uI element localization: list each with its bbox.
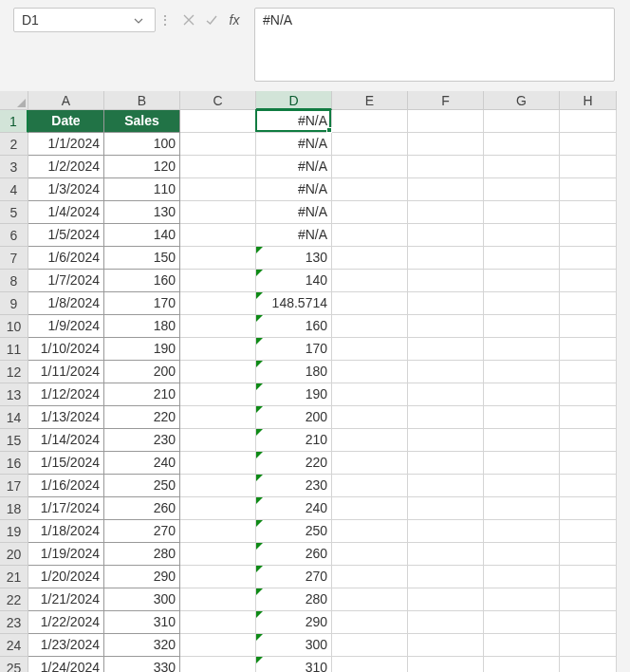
cell-C16[interactable] xyxy=(180,452,256,475)
cell-D22[interactable]: 280 xyxy=(256,588,332,611)
cell-A1[interactable]: Date xyxy=(28,110,104,133)
row-header-15[interactable]: 15 xyxy=(0,429,28,452)
cell-B17[interactable]: 250 xyxy=(104,475,180,497)
cell-A23[interactable]: 1/22/2024 xyxy=(28,611,104,634)
cell-B12[interactable]: 200 xyxy=(104,361,180,383)
cell-B16[interactable]: 240 xyxy=(104,452,180,475)
cell-B18[interactable]: 260 xyxy=(104,497,180,520)
cells-area[interactable]: DateSales#N/A1/1/2024100#N/A1/2/2024120#… xyxy=(28,110,617,672)
cell-H9[interactable] xyxy=(560,292,617,315)
cell-C22[interactable] xyxy=(180,588,256,611)
cell-G17[interactable] xyxy=(484,475,560,497)
cell-C4[interactable] xyxy=(180,178,256,201)
column-header-H[interactable]: H xyxy=(560,91,617,110)
cell-B10[interactable]: 180 xyxy=(104,315,180,338)
cell-A8[interactable]: 1/7/2024 xyxy=(28,270,104,292)
cell-E5[interactable] xyxy=(332,201,408,224)
row-header-2[interactable]: 2 xyxy=(0,133,28,156)
cell-D23[interactable]: 290 xyxy=(256,611,332,634)
row-header-20[interactable]: 20 xyxy=(0,543,28,566)
cell-E10[interactable] xyxy=(332,315,408,338)
cell-E22[interactable] xyxy=(332,588,408,611)
cell-D19[interactable]: 250 xyxy=(256,520,332,543)
row-header-7[interactable]: 7 xyxy=(0,247,28,270)
cell-F25[interactable] xyxy=(408,657,484,672)
cell-H13[interactable] xyxy=(560,383,617,406)
column-header-B[interactable]: B xyxy=(104,91,180,110)
cell-H1[interactable] xyxy=(560,110,617,133)
fx-icon[interactable]: fx xyxy=(224,9,245,30)
cell-B8[interactable]: 160 xyxy=(104,270,180,292)
name-box-dropdown-icon[interactable] xyxy=(130,14,147,26)
cell-C5[interactable] xyxy=(180,201,256,224)
cell-E8[interactable] xyxy=(332,270,408,292)
cell-D2[interactable]: #N/A xyxy=(256,133,332,156)
cell-E7[interactable] xyxy=(332,247,408,270)
row-header-14[interactable]: 14 xyxy=(0,406,28,429)
cell-H23[interactable] xyxy=(560,611,617,634)
cell-C11[interactable] xyxy=(180,338,256,361)
cell-C15[interactable] xyxy=(180,429,256,452)
cell-E15[interactable] xyxy=(332,429,408,452)
cell-E23[interactable] xyxy=(332,611,408,634)
cell-G23[interactable] xyxy=(484,611,560,634)
cell-C18[interactable] xyxy=(180,497,256,520)
cell-D25[interactable]: 310 xyxy=(256,657,332,672)
cell-A5[interactable]: 1/4/2024 xyxy=(28,201,104,224)
row-header-11[interactable]: 11 xyxy=(0,338,28,361)
cell-D4[interactable]: #N/A xyxy=(256,178,332,201)
cell-G16[interactable] xyxy=(484,452,560,475)
cell-C19[interactable] xyxy=(180,520,256,543)
row-header-12[interactable]: 12 xyxy=(0,361,28,383)
cell-G19[interactable] xyxy=(484,520,560,543)
cell-H8[interactable] xyxy=(560,270,617,292)
cell-H18[interactable] xyxy=(560,497,617,520)
cell-A17[interactable]: 1/16/2024 xyxy=(28,475,104,497)
cell-F5[interactable] xyxy=(408,201,484,224)
cell-C1[interactable] xyxy=(180,110,256,133)
cell-G8[interactable] xyxy=(484,270,560,292)
row-header-9[interactable]: 9 xyxy=(0,292,28,315)
cell-G12[interactable] xyxy=(484,361,560,383)
cell-F17[interactable] xyxy=(408,475,484,497)
cell-H17[interactable] xyxy=(560,475,617,497)
row-header-18[interactable]: 18 xyxy=(0,497,28,520)
row-header-13[interactable]: 13 xyxy=(0,383,28,406)
cell-A13[interactable]: 1/12/2024 xyxy=(28,383,104,406)
accept-icon[interactable] xyxy=(201,9,222,30)
cell-E6[interactable] xyxy=(332,224,408,247)
cell-G13[interactable] xyxy=(484,383,560,406)
cell-H4[interactable] xyxy=(560,178,617,201)
cell-B14[interactable]: 220 xyxy=(104,406,180,429)
cell-A18[interactable]: 1/17/2024 xyxy=(28,497,104,520)
cell-B9[interactable]: 170 xyxy=(104,292,180,315)
cell-H6[interactable] xyxy=(560,224,617,247)
cell-F21[interactable] xyxy=(408,566,484,588)
cell-F22[interactable] xyxy=(408,588,484,611)
cell-G20[interactable] xyxy=(484,543,560,566)
cell-D1[interactable]: #N/A xyxy=(256,110,332,133)
cell-C7[interactable] xyxy=(180,247,256,270)
cell-H19[interactable] xyxy=(560,520,617,543)
cell-F2[interactable] xyxy=(408,133,484,156)
cell-E21[interactable] xyxy=(332,566,408,588)
cell-B22[interactable]: 300 xyxy=(104,588,180,611)
cell-G18[interactable] xyxy=(484,497,560,520)
cell-H22[interactable] xyxy=(560,588,617,611)
cell-D9[interactable]: 148.5714 xyxy=(256,292,332,315)
cell-E2[interactable] xyxy=(332,133,408,156)
cell-G5[interactable] xyxy=(484,201,560,224)
cell-G22[interactable] xyxy=(484,588,560,611)
cell-D7[interactable]: 130 xyxy=(256,247,332,270)
cell-H2[interactable] xyxy=(560,133,617,156)
cell-A22[interactable]: 1/21/2024 xyxy=(28,588,104,611)
row-header-23[interactable]: 23 xyxy=(0,611,28,634)
row-header-6[interactable]: 6 xyxy=(0,224,28,247)
cell-B19[interactable]: 270 xyxy=(104,520,180,543)
cell-E25[interactable] xyxy=(332,657,408,672)
cell-C8[interactable] xyxy=(180,270,256,292)
cell-F14[interactable] xyxy=(408,406,484,429)
cell-G15[interactable] xyxy=(484,429,560,452)
cell-F9[interactable] xyxy=(408,292,484,315)
cell-D14[interactable]: 200 xyxy=(256,406,332,429)
